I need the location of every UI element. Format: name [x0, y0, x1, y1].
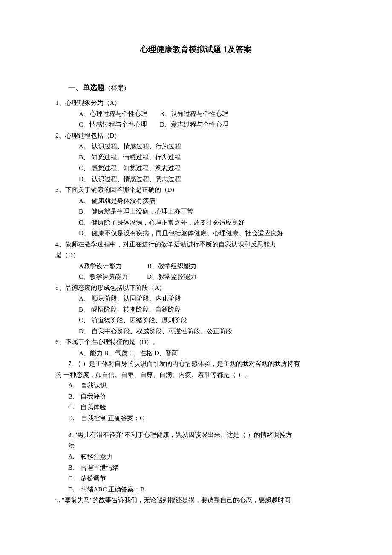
question-2-option-c: C、 感觉过程、知觉过程、意志过程 [79, 163, 337, 174]
section-heading: 一、单选题（答案） [68, 82, 337, 94]
document-title: 心理健康教育模拟试题 1及答案 [55, 43, 337, 56]
question-5-option-d: D、 自我中心阶段、权威阶段、可逆性阶段、公正阶段 [79, 326, 337, 337]
question-8-option-a: A. 转移注意力 [68, 451, 337, 462]
question-2-option-d: D、 认识过程、情感过程、意志过程 [79, 174, 337, 185]
question-5-stem: 5、品德态度的形成包括以下阶段（A） [55, 283, 337, 294]
question-3-option-b: B、 健康就是生理上没病，心理上亦正常 [79, 206, 337, 217]
question-8-option-b: B. 合理宣泄情绪 [68, 462, 337, 474]
question-7-option-b: B. 自我评价 [68, 391, 337, 402]
question-5-option-b: B、 醒悟阶段、转变阶段、自新阶段 [79, 304, 337, 315]
question-5-option-c: C、 前道德阶段、因循阶段、原则阶段 [79, 315, 337, 326]
question-9-stem: 9. "塞翁失马"的故事告诉我们，无论遇到福还是祸，要调整自己的心态，要超越时间 [55, 495, 337, 506]
question-6-stem: 6、不属于个性心理特征的是（D）。 [55, 337, 337, 348]
question-1-options-line2: C、情感过程与个性心理 D、意志过程与个性心理 [79, 119, 337, 130]
question-3-option-d: D、 健康不仅是没有疾病，而且包括躯体健康、心理健康、社会适应良好 [79, 228, 337, 239]
question-1-options-line1: A、心理过程与个性心理 B、认知过程与个性心理 [79, 109, 337, 120]
question-2-option-b: B、 知觉过程、情感过程、行为过程 [79, 152, 337, 163]
question-8-stem-line1: 8. "男儿有泪不轻弹"不利于心理健康，哭就因该哭出来。这是（ ）的情绪调控方 [68, 430, 337, 441]
question-2-stem: 2、心理过程包括（D） [55, 130, 337, 142]
question-8-stem-line2: 法 [68, 441, 337, 452]
question-7-stem-line1: 7. （ ）是主体对自身的认识而引发的内心情感体验，是主观的我对客观的我所持有 [68, 358, 337, 370]
question-3-stem: 3、下面关于健康的回答哪个是正确的（D） [55, 185, 337, 196]
question-7-option-d: D. 自我控制 正确答案：C [68, 413, 337, 424]
question-7-option-a: A. 自我认识 [68, 380, 337, 391]
question-4-options-line1: A教学设计能力 B、教学组织能力 [79, 261, 337, 272]
question-4-options-line2: C、教学决策能力 D、教学监控能力 [79, 272, 337, 283]
question-6-options: A、能力 B、气质 C、性格 D、智商 [79, 348, 337, 359]
question-4-stem-line2: 是（D） [55, 250, 337, 261]
question-8-option-c: C. 放松调节 [68, 473, 337, 484]
question-4-stem-line1: 4、教师在教学过程中，对正在进行的教学活动进行不断的自我认识和反思能力 [55, 239, 337, 250]
section-heading-text: 一、单选题 [68, 84, 104, 92]
question-7-option-c: C. 自我体验 [68, 402, 337, 413]
question-1-stem: 1、心理现象分为（A） [55, 98, 337, 109]
question-7-stem-line2: 的 一种态度，如自信、自卑、自尊、自满、内疚、羞耻等都是（ ）。 [55, 370, 337, 381]
question-5-option-a: A、 顺从阶段、认同阶段、内化阶段 [79, 293, 337, 304]
question-8-option-d: D. 情绪ABC 正确答案：B [68, 484, 337, 495]
question-3-option-a: A、 健康就是身体没有疾病 [79, 196, 337, 207]
question-3-option-c: C、 健康除了身体没病，心理正常之外，还要社会适应良好 [79, 217, 337, 228]
section-heading-sub: （答案） [104, 84, 130, 91]
question-2-option-a: A、 认识过程、情感过程、行为过程 [79, 141, 337, 152]
